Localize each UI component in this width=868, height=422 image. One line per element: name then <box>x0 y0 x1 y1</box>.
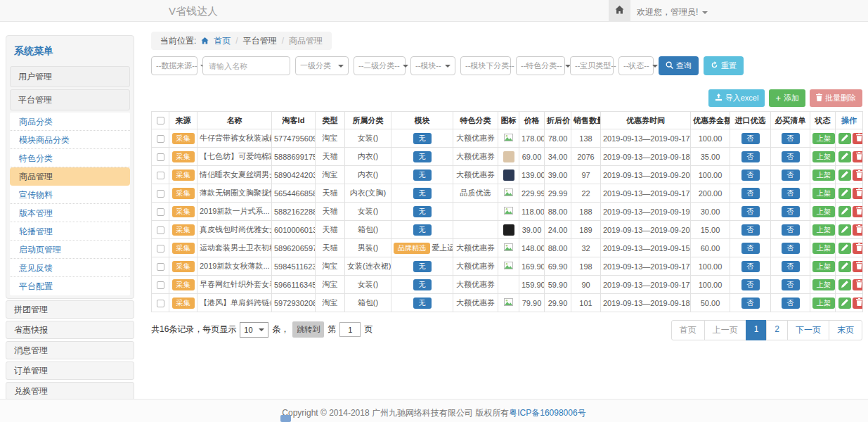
name-search-input[interactable] <box>202 56 290 75</box>
edit-button[interactable] <box>838 298 851 309</box>
sidebar-item[interactable]: 启动页管理 <box>10 241 130 259</box>
edit-button[interactable] <box>838 261 851 272</box>
filter-module-subcategory[interactable]: --模块下分类-- <box>460 56 511 75</box>
filter-level2-category[interactable]: --二级分类-- <box>354 56 406 75</box>
query-button[interactable]: 查询 <box>659 56 699 75</box>
status-badge[interactable]: 上架 <box>812 188 835 199</box>
row-checkbox[interactable] <box>157 208 164 216</box>
import-excel-button[interactable]: 导入excel <box>708 89 765 107</box>
status-badge[interactable]: 上架 <box>812 151 835 162</box>
status-badge[interactable]: 上架 <box>812 298 835 309</box>
must-buy-toggle[interactable]: 否 <box>782 170 800 181</box>
sidebar-group-2[interactable]: 平台管理 <box>10 89 130 110</box>
sidebar-item[interactable]: 商品管理 <box>10 167 130 186</box>
row-checkbox[interactable] <box>157 172 164 179</box>
imported-toggle[interactable]: 否 <box>741 243 760 254</box>
sidebar-item[interactable]: 版本管理 <box>10 204 130 222</box>
status-badge[interactable]: 上架 <box>812 206 835 217</box>
sidebar-group-4[interactable]: 省惠快报 <box>6 321 134 339</box>
pager-prev[interactable]: 上一页 <box>704 320 746 340</box>
imported-toggle[interactable]: 否 <box>741 151 760 162</box>
sidebar-item[interactable]: 轮播管理 <box>10 222 130 241</box>
edit-button[interactable] <box>838 151 851 162</box>
status-badge[interactable]: 上架 <box>812 224 835 236</box>
sidebar-item[interactable]: 商品分类 <box>10 113 130 131</box>
sidebar-item[interactable]: 模块商品分类 <box>10 131 130 149</box>
sidebar-item[interactable]: 特色分类 <box>10 149 130 167</box>
row-checkbox[interactable] <box>157 226 164 234</box>
breadcrumb-item[interactable]: 商品管理 <box>289 35 323 47</box>
edit-button[interactable] <box>838 243 851 254</box>
must-buy-toggle[interactable]: 否 <box>782 243 800 254</box>
pager-page-2[interactable]: 2 <box>766 320 788 340</box>
breadcrumb-home-link[interactable]: 首页 <box>214 35 231 47</box>
must-buy-toggle[interactable]: 否 <box>782 224 800 236</box>
sidebar-item[interactable]: 意见反馈 <box>10 259 130 277</box>
status-badge[interactable]: 上架 <box>812 243 835 254</box>
must-buy-toggle[interactable]: 否 <box>782 261 800 272</box>
sidebar-group-6[interactable]: 订单管理 <box>6 362 134 380</box>
add-button[interactable]: + 添加 <box>769 89 805 107</box>
edit-button[interactable] <box>838 133 851 144</box>
row-checkbox[interactable] <box>157 135 164 143</box>
imported-toggle[interactable]: 否 <box>741 279 760 290</box>
delete-button[interactable] <box>853 151 863 162</box>
filter-status[interactable]: --状态-- <box>618 56 654 75</box>
sidebar-group-5[interactable]: 消息管理 <box>6 341 134 359</box>
pager-first[interactable]: 首页 <box>671 320 705 340</box>
per-page-select[interactable]: 10 <box>240 322 268 338</box>
must-buy-toggle[interactable]: 否 <box>782 206 800 217</box>
filter-data-source[interactable]: --数据来源-- <box>151 56 197 75</box>
delete-button[interactable] <box>853 298 863 309</box>
pager-last[interactable]: 末页 <box>829 320 862 340</box>
must-buy-toggle[interactable]: 否 <box>782 298 800 309</box>
jump-button[interactable]: 跳转到 <box>292 321 324 338</box>
delete-button[interactable] <box>853 279 863 290</box>
status-badge[interactable]: 上架 <box>812 133 835 144</box>
edit-button[interactable] <box>838 224 851 236</box>
pager-next[interactable]: 下一页 <box>787 320 829 340</box>
user-menu[interactable]: 欢迎您，管理员! <box>637 6 708 18</box>
delete-button[interactable] <box>853 261 863 272</box>
filter-level1-category[interactable]: 一级分类 <box>295 56 349 75</box>
select-all-checkbox[interactable] <box>157 117 164 124</box>
icp-link[interactable]: 粤ICP备16098006号 <box>509 408 585 418</box>
imported-toggle[interactable]: 否 <box>741 261 760 272</box>
row-checkbox[interactable] <box>157 153 164 161</box>
delete-button[interactable] <box>853 133 863 144</box>
imported-toggle[interactable]: 否 <box>741 133 760 144</box>
imported-toggle[interactable]: 否 <box>741 188 760 199</box>
status-badge[interactable]: 上架 <box>812 279 835 290</box>
filter-module[interactable]: --模块-- <box>410 56 455 75</box>
must-buy-toggle[interactable]: 否 <box>782 279 800 290</box>
row-checkbox[interactable] <box>157 300 164 307</box>
row-checkbox[interactable] <box>157 190 164 198</box>
edit-button[interactable] <box>838 188 851 199</box>
row-checkbox[interactable] <box>157 245 164 252</box>
sidebar-group-7[interactable]: 兑换管理 <box>6 382 134 400</box>
must-buy-toggle[interactable]: 否 <box>782 188 800 199</box>
breadcrumb-item[interactable]: 平台管理 <box>243 35 277 47</box>
edit-button[interactable] <box>838 279 851 290</box>
sidebar-group-3[interactable]: 拼团管理 <box>6 300 134 319</box>
imported-toggle[interactable]: 否 <box>741 224 760 236</box>
imported-toggle[interactable]: 否 <box>741 298 760 309</box>
sidebar-group-1[interactable]: 用户管理 <box>10 66 130 87</box>
sidebar-item[interactable]: 平台配置 <box>10 277 130 295</box>
status-badge[interactable]: 上架 <box>812 170 835 181</box>
status-badge[interactable]: 上架 <box>812 261 835 272</box>
pager-page-1[interactable]: 1 <box>746 320 767 340</box>
home-button[interactable] <box>609 0 630 21</box>
imported-toggle[interactable]: 否 <box>741 206 760 217</box>
must-buy-toggle[interactable]: 否 <box>782 133 800 144</box>
edit-button[interactable] <box>838 170 851 181</box>
row-checkbox[interactable] <box>157 281 164 289</box>
page-number-input[interactable] <box>339 322 361 337</box>
sidebar-item[interactable]: 宣传物料 <box>10 186 130 204</box>
delete-button[interactable] <box>853 243 863 254</box>
imported-toggle[interactable]: 否 <box>741 170 760 181</box>
must-buy-toggle[interactable]: 否 <box>782 151 800 162</box>
delete-button[interactable] <box>853 188 863 199</box>
filter-item-type[interactable]: --宝贝类型-- <box>570 56 614 75</box>
delete-button[interactable] <box>853 170 863 181</box>
